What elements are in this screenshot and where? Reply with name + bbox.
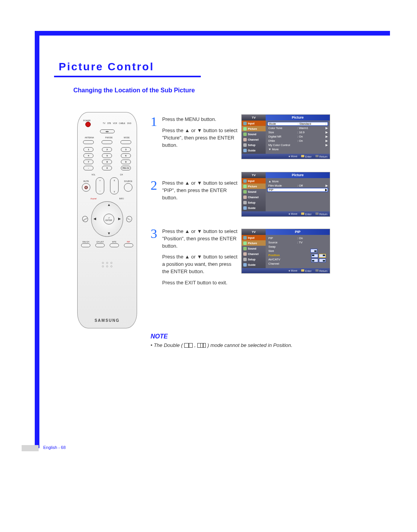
side-input[interactable]: Input [248, 180, 254, 182]
favch-label: FAV.CH [83, 241, 89, 243]
page-frame-left [35, 31, 39, 448]
pos-tr[interactable] [319, 254, 326, 258]
opt-mode[interactable]: Mode: Standard▶ [267, 122, 328, 126]
side-setup[interactable]: Setup [248, 258, 255, 261]
channel-icon [243, 195, 247, 199]
opt-size[interactable]: Size [267, 249, 310, 253]
num-dash[interactable]: - [83, 166, 93, 170]
side-guide[interactable]: Guide [248, 207, 256, 209]
mode-button[interactable] [120, 140, 131, 144]
opt-more-up[interactable]: ▲ More [267, 179, 328, 184]
side-sound[interactable]: Sound [248, 190, 256, 193]
side-picture[interactable]: Picture [248, 185, 257, 188]
side-sound[interactable]: Sound [248, 247, 256, 250]
opt-source[interactable]: Source: TV [267, 240, 310, 245]
opt-channel[interactable]: Channel [267, 262, 310, 266]
pmode-button[interactable] [102, 140, 112, 144]
enter-button[interactable]: ⏎ENTER [103, 214, 114, 224]
opt-filmmode[interactable]: Film Mode: Off▶ [267, 184, 328, 188]
src-cable: CABLE [119, 122, 125, 124]
device-select-pill[interactable]: ◀ ▶ [100, 129, 115, 133]
side-guide[interactable]: Guide [248, 263, 256, 266]
opt-aircatv[interactable]: Air/CATV [267, 257, 310, 262]
sound-icon [243, 247, 247, 250]
dpad-down-icon[interactable]: ▼ [107, 231, 111, 235]
dpad-up-icon[interactable]: ▲ [107, 203, 111, 207]
dpad-right-icon[interactable]: ▶ [118, 217, 121, 221]
menu-button[interactable]: MENU [81, 215, 89, 223]
step-text: Press the ▲ or ▼ button to select "Pictu… [162, 127, 237, 149]
chlist-button[interactable] [95, 243, 105, 247]
note-body: • The Double ( , ) mode cannot be select… [151, 342, 292, 348]
picture-icon [243, 241, 247, 245]
num-1[interactable]: 1 [83, 147, 93, 152]
step-text: Press the MENU button. [162, 116, 237, 123]
side-sound[interactable]: Sound [248, 133, 256, 136]
num-5[interactable]: 5 [102, 153, 112, 158]
num-7[interactable]: 7 [83, 160, 93, 164]
osd-picture-2: TV Picture Input Picture Sound Channel S… [241, 172, 330, 217]
sound-icon [243, 133, 247, 136]
remote-illustration: POWER TV STB VCR CABLE DVD ◀ ▶ ANTENNA P… [77, 112, 137, 328]
side-setup[interactable]: Setup [248, 144, 255, 146]
prech-button[interactable]: PRE-CH [121, 166, 131, 170]
mute-button[interactable]: 🔇 [82, 183, 90, 192]
antenna-button[interactable] [83, 140, 94, 144]
favch-button[interactable] [81, 243, 90, 247]
pos-br[interactable] [319, 258, 326, 262]
num-4[interactable]: 4 [83, 153, 93, 158]
side-channel[interactable]: Channel [248, 138, 259, 141]
side-setup[interactable]: Setup [248, 201, 255, 204]
sound-icon [243, 190, 247, 194]
opt-more[interactable]: ▼ More [267, 147, 328, 151]
exit-button[interactable]: EXIT [125, 215, 133, 223]
osd-sidebar: Input Picture Sound Channel Setup Guide [242, 235, 266, 268]
ch-rocker[interactable]: ∧∨ [110, 177, 119, 194]
side-picture[interactable]: Picture [248, 127, 257, 130]
dpad-left-icon[interactable]: ◀ [93, 217, 96, 221]
chlist-label: CH LIST [97, 241, 104, 243]
opt-pip[interactable]: PIP▶ [267, 188, 328, 192]
opt-size[interactable]: Size: 16:9▶ [267, 130, 328, 134]
side-picture[interactable]: Picture [248, 242, 257, 245]
opt-swap[interactable]: Swap [267, 245, 310, 249]
opt-mycolor[interactable]: My Color Control▶ [267, 143, 328, 147]
num-3[interactable]: 3 [121, 147, 131, 152]
opt-colortone[interactable]: Color Tone: Warm1▶ [267, 126, 328, 130]
side-channel[interactable]: Channel [248, 196, 259, 199]
opt-position[interactable]: Position [267, 253, 310, 257]
num-9[interactable]: 9 [121, 160, 131, 164]
brand-logo: SAMSUNG [95, 318, 120, 323]
num-8[interactable]: 8 [102, 160, 112, 164]
page-frame-top [35, 31, 390, 36]
osd-sidebar: Input Picture Sound Channel Setup Guide [242, 121, 266, 154]
antenna-label: ANTENNA [85, 136, 94, 139]
osd-main: Mode: Standard▶ Color Tone: Warm1▶ Size:… [266, 121, 330, 154]
side-channel[interactable]: Channel [248, 253, 259, 255]
power-button[interactable] [85, 122, 91, 127]
side-input[interactable]: Input [248, 236, 254, 239]
mts-button[interactable] [110, 243, 119, 247]
section-title-bar: Picture Control [54, 58, 201, 77]
mute-label: MUTE [83, 180, 89, 182]
opt-dnie[interactable]: DNIe: On▶ [267, 139, 328, 143]
setup-icon [243, 258, 247, 261]
anynet-label: Anynet [90, 197, 97, 200]
side-input[interactable]: Input [248, 122, 254, 125]
num-6[interactable]: 6 [121, 153, 131, 158]
source-button[interactable] [124, 183, 132, 192]
vol-rocker[interactable]: ＋－ [96, 177, 104, 194]
pip-button[interactable] [124, 243, 133, 247]
osd-sidebar: Input Picture Sound Channel Setup Guide [242, 178, 266, 211]
pos-tl[interactable] [311, 254, 318, 258]
step-text: Press the ▲ or ▼ button to select a posi… [162, 253, 237, 275]
osd-header-left: TV [242, 172, 266, 178]
osd-header-title: Picture [266, 115, 330, 121]
num-2[interactable]: 2 [102, 147, 112, 152]
ch-label: CH [120, 173, 123, 176]
opt-pip-on[interactable]: PIP: On [267, 236, 310, 240]
opt-digitalnr[interactable]: Digital NR: On▶ [267, 134, 328, 139]
num-0[interactable]: 0 [102, 166, 112, 170]
side-guide[interactable]: Guide [248, 149, 256, 152]
pos-bl[interactable] [311, 258, 318, 262]
